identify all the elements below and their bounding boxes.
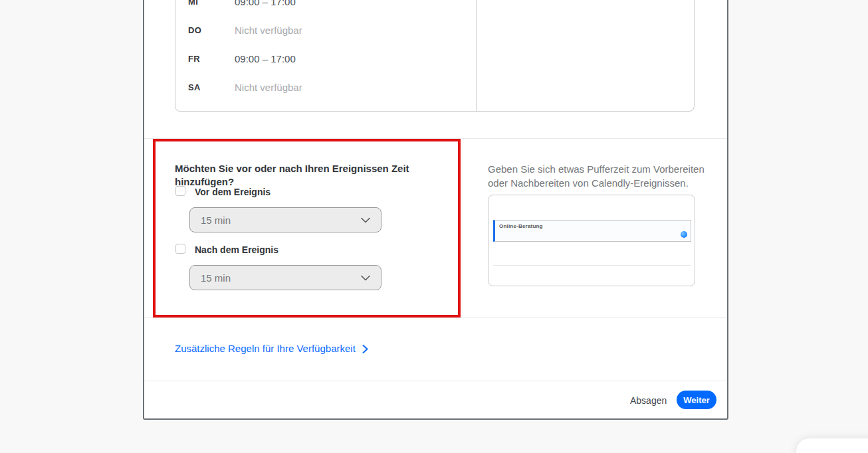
weekly-hours-rows: MI 09:00 – 17:00 DO Nicht verfügbar FR 0… — [175, 0, 476, 110]
day-label: DO — [188, 24, 215, 37]
day-label: SA — [188, 81, 215, 94]
chevron-down-icon — [361, 275, 370, 281]
chevron-down-icon — [361, 217, 370, 223]
section-divider — [144, 317, 727, 318]
day-label: FR — [188, 52, 215, 66]
additional-rules-label: Zusätzliche Regeln für Ihre Verfügbarkei… — [175, 343, 356, 355]
availability-settings-card: MI 09:00 – 17:00 DO Nicht verfügbar FR 0… — [143, 0, 728, 420]
preview-event-block: Online-Beratung — [493, 220, 691, 242]
day-hours-value: Nicht verfügbar — [235, 24, 302, 37]
buffer-help-text: Geben Sie sich etwas Pufferzeit zum Vorb… — [488, 162, 707, 190]
after-event-duration-select[interactable]: 15 min — [189, 265, 381, 290]
day-hours-value: Nicht verfügbar — [235, 81, 302, 94]
chevron-right-icon — [362, 345, 368, 353]
before-event-duration-value: 15 min — [201, 215, 231, 226]
schedule-row[interactable]: MI 09:00 – 17:00 — [175, 0, 476, 24]
after-event-duration-value: 15 min — [201, 272, 231, 284]
buffer-preview-card: Online-Beratung — [488, 195, 695, 286]
schedule-row[interactable]: DO Nicht verfügbar — [175, 24, 476, 52]
weekly-hours-table: MI 09:00 – 17:00 DO Nicht verfügbar FR 0… — [175, 0, 695, 112]
preview-timeline-divider — [493, 265, 691, 266]
event-status-icon — [681, 231, 687, 238]
buffer-section-title: Möchten Sie vor oder nach Ihren Ereignis… — [175, 162, 454, 189]
schedule-row[interactable]: FR 09:00 – 17:00 — [175, 52, 476, 81]
table-vertical-divider — [476, 0, 477, 111]
after-event-label: Nach dem Ereignis — [195, 243, 341, 256]
cancel-button[interactable]: Absagen — [630, 394, 667, 407]
day-hours-value: 09:00 – 17:00 — [235, 0, 296, 9]
schedule-row[interactable]: SA Nicht verfügbar — [175, 81, 476, 110]
section-divider — [144, 138, 727, 139]
before-event-label: Vor dem Ereignis — [195, 185, 341, 199]
day-label: MI — [188, 0, 215, 9]
after-event-checkbox[interactable] — [175, 244, 185, 254]
day-hours-value: 09:00 – 17:00 — [235, 52, 296, 66]
before-event-duration-select[interactable]: 15 min — [189, 207, 381, 232]
next-button[interactable]: Weiter — [677, 391, 716, 409]
before-event-checkbox[interactable] — [175, 186, 185, 196]
chat-widget[interactable] — [796, 438, 868, 453]
footer-divider — [144, 381, 727, 381]
additional-rules-link[interactable]: Zusätzliche Regeln für Ihre Verfügbarkei… — [175, 343, 368, 355]
page: MI 09:00 – 17:00 DO Nicht verfügbar FR 0… — [0, 0, 868, 453]
preview-event-title: Online-Beratung — [499, 223, 543, 229]
